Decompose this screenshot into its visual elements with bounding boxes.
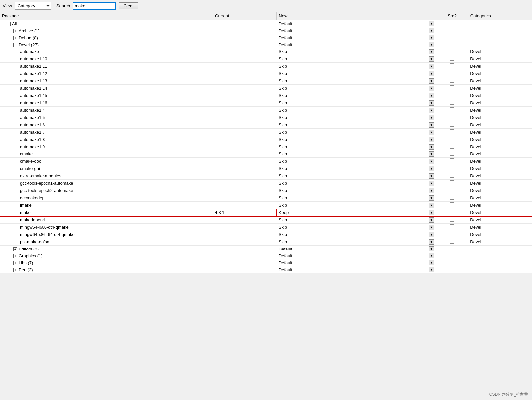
new-version-dropdown[interactable]: ▼ <box>429 225 434 230</box>
new-version-dropdown[interactable]: ▼ <box>429 188 434 193</box>
new-version-dropdown[interactable]: ▼ <box>429 195 434 201</box>
new-version-dropdown[interactable]: ▼ <box>429 144 434 150</box>
src-checkbox[interactable] <box>450 217 454 222</box>
new-version-dropdown[interactable]: ▼ <box>429 49 434 54</box>
collapse-icon[interactable]: − <box>13 43 17 47</box>
new-version-cell: Skip▼ <box>277 194 436 202</box>
new-version-cell: Skip▼ <box>277 48 436 55</box>
view-select[interactable]: Category Full Pending Up to Date Not Ins… <box>15 2 51 10</box>
new-version-dropdown[interactable]: ▼ <box>429 78 434 84</box>
current-version <box>213 85 277 92</box>
expand-icon[interactable]: + <box>13 247 17 251</box>
src-checkbox[interactable] <box>450 239 454 244</box>
src-cell <box>436 121 468 129</box>
new-version-dropdown[interactable]: ▼ <box>429 64 434 69</box>
table-row: imakeSkip▼Devel <box>0 202 532 209</box>
src-checkbox[interactable] <box>450 180 454 185</box>
package-cell: gcc-tools-epoch1-automake <box>0 180 213 187</box>
src-checkbox[interactable] <box>450 195 454 200</box>
src-checkbox[interactable] <box>450 107 454 112</box>
current-version <box>213 266 277 273</box>
expand-icon[interactable]: + <box>13 268 17 272</box>
new-version-dropdown[interactable]: ▼ <box>429 71 434 76</box>
new-version-cell: Skip▼ <box>277 107 436 114</box>
package-cell: mingw64-x86_64-qt4-qmake <box>0 231 213 238</box>
new-version-dropdown[interactable]: ▼ <box>429 246 434 251</box>
new-version-dropdown[interactable]: ▼ <box>429 239 434 245</box>
new-version-dropdown[interactable]: ▼ <box>429 130 434 135</box>
search-label: Search <box>56 3 70 8</box>
new-version-dropdown[interactable]: ▼ <box>429 232 434 237</box>
src-checkbox[interactable] <box>450 129 454 134</box>
src-checkbox[interactable] <box>450 166 454 170</box>
collapse-icon[interactable]: − <box>7 22 11 26</box>
src-checkbox[interactable] <box>450 173 454 178</box>
new-version-dropdown[interactable]: ▼ <box>429 28 434 33</box>
new-version-value: Default <box>279 28 428 33</box>
src-checkbox[interactable] <box>450 188 454 192</box>
new-version-dropdown[interactable]: ▼ <box>429 253 434 258</box>
clear-button[interactable]: Clear <box>119 2 138 9</box>
new-version-dropdown[interactable]: ▼ <box>429 151 434 157</box>
package-name: mingw64-x86_64-qt4-qmake <box>20 232 75 237</box>
new-version-dropdown[interactable]: ▼ <box>429 181 434 186</box>
src-cell <box>436 252 468 259</box>
new-version-dropdown[interactable]: ▼ <box>429 217 434 223</box>
new-version-dropdown[interactable]: ▼ <box>429 166 434 171</box>
new-version-value: Skip <box>279 232 428 237</box>
src-checkbox[interactable] <box>450 137 454 141</box>
expand-icon[interactable]: + <box>13 261 17 265</box>
new-version-dropdown[interactable]: ▼ <box>429 122 434 128</box>
src-cell <box>436 165 468 172</box>
new-version-dropdown[interactable]: ▼ <box>429 100 434 106</box>
src-checkbox[interactable] <box>450 100 454 105</box>
search-input[interactable] <box>73 2 116 10</box>
current-version <box>213 252 277 259</box>
expand-icon[interactable]: + <box>13 254 17 258</box>
new-version-dropdown[interactable]: ▼ <box>429 21 434 26</box>
src-checkbox[interactable] <box>450 158 454 163</box>
src-checkbox[interactable] <box>450 232 454 236</box>
new-version-dropdown[interactable]: ▼ <box>429 210 434 215</box>
src-checkbox[interactable] <box>450 144 454 149</box>
new-version-value: Skip <box>279 64 428 69</box>
new-version-dropdown[interactable]: ▼ <box>429 42 434 47</box>
package-cell: −All <box>0 20 213 27</box>
new-version-dropdown[interactable]: ▼ <box>429 35 434 40</box>
new-version-dropdown[interactable]: ▼ <box>429 159 434 164</box>
src-cell <box>436 70 468 77</box>
src-cell <box>436 34 468 41</box>
current-version <box>213 136 277 143</box>
src-checkbox[interactable] <box>450 93 454 97</box>
src-checkbox[interactable] <box>450 85 454 90</box>
new-version-dropdown[interactable]: ▼ <box>429 108 434 113</box>
package-name: Archive (1) <box>19 28 40 33</box>
new-version-dropdown[interactable]: ▼ <box>429 267 434 272</box>
src-checkbox[interactable] <box>450 56 454 61</box>
new-version-dropdown[interactable]: ▼ <box>429 115 434 120</box>
current-version: 4.3-1 <box>213 209 277 216</box>
src-checkbox[interactable] <box>450 71 454 75</box>
src-checkbox[interactable] <box>450 202 454 207</box>
src-checkbox[interactable] <box>450 78 454 83</box>
new-version-dropdown[interactable]: ▼ <box>429 173 434 179</box>
new-version-cell: Skip▼ <box>277 77 436 85</box>
src-checkbox[interactable] <box>450 122 454 127</box>
new-version-dropdown[interactable]: ▼ <box>429 137 434 142</box>
new-version-value: Skip <box>279 115 428 120</box>
src-checkbox[interactable] <box>450 63 454 68</box>
src-checkbox[interactable] <box>450 115 454 119</box>
new-version-dropdown[interactable]: ▼ <box>429 93 434 98</box>
src-checkbox[interactable] <box>450 210 454 214</box>
new-version-cell: Skip▼ <box>277 114 436 121</box>
package-cell: −Devel (27) <box>0 41 213 48</box>
new-version-dropdown[interactable]: ▼ <box>429 203 434 208</box>
src-checkbox[interactable] <box>450 224 454 229</box>
src-checkbox[interactable] <box>450 49 454 53</box>
new-version-dropdown[interactable]: ▼ <box>429 260 434 265</box>
expand-icon[interactable]: + <box>13 36 17 40</box>
new-version-dropdown[interactable]: ▼ <box>429 56 434 62</box>
src-checkbox[interactable] <box>450 151 454 156</box>
new-version-dropdown[interactable]: ▼ <box>429 86 434 91</box>
expand-icon[interactable]: + <box>13 29 17 33</box>
